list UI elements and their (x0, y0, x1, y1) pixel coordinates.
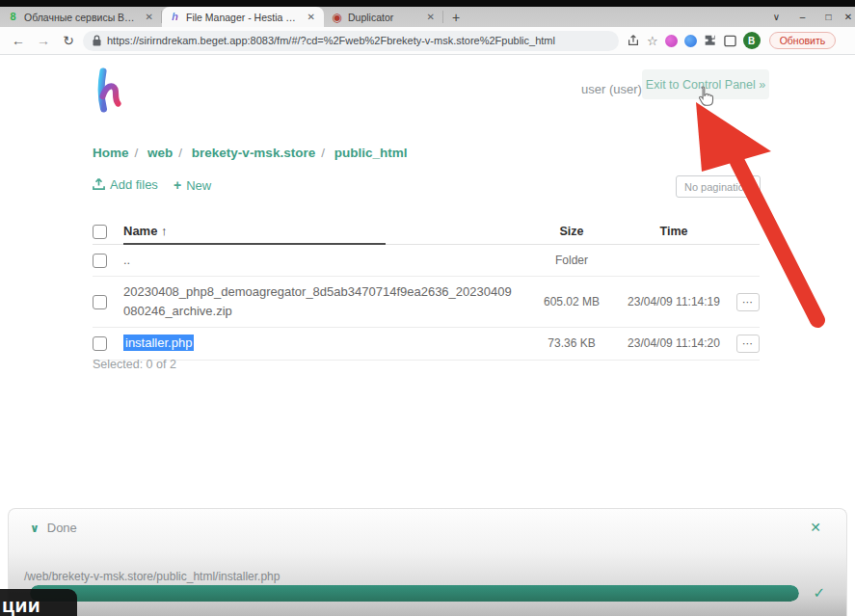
tab-close-icon[interactable]: ✕ (144, 12, 155, 22)
table-row[interactable]: .. Folder (93, 245, 760, 277)
forward-button[interactable]: → (31, 33, 56, 48)
extension-blue-icon[interactable] (684, 35, 697, 47)
video-caption: ции (0, 589, 77, 616)
tab-strip: 8 Облачные сервисы Beget — Па ✕ h File M… (0, 7, 855, 27)
breadcrumb-separator: / (321, 146, 325, 160)
share-icon[interactable] (627, 34, 640, 47)
browser-menu-chevron-icon[interactable]: ∨ (763, 12, 789, 22)
breadcrumb: Home/ web/ brekety-v-msk.store/ public_h… (93, 146, 407, 160)
uploaded-file-path: /web/brekety-v-msk.store/public_html/ins… (24, 570, 280, 583)
extensions-puzzle-icon[interactable] (704, 34, 717, 47)
tab-title: Облачные сервисы Beget — Па (24, 12, 139, 23)
table-row[interactable]: installer.php 73.36 KB 23/04/09 11:14:20… (93, 328, 760, 360)
extension-pink-icon[interactable] (665, 35, 678, 47)
file-table-body: .. Folder 20230408_php8_demoagregator_8d… (93, 245, 760, 361)
bookmark-star-icon[interactable]: ☆ (647, 34, 658, 48)
tab-favicon-icon: 8 (7, 11, 19, 23)
logged-in-user-label: user (user) (581, 82, 642, 96)
window-controls: ∨ – □ ✕ (763, 7, 855, 27)
browser-update-button[interactable]: Обновить (769, 32, 837, 49)
breadcrumb-item[interactable]: brekety-v-msk.store (192, 146, 315, 160)
restore-button[interactable]: □ (815, 12, 842, 22)
status-title: Done (47, 521, 77, 535)
window-top-edge (0, 0, 855, 7)
url-field[interactable]: https://sirirndrekam.beget.app:8083/fm/#… (83, 31, 619, 51)
row-checkbox[interactable] (93, 254, 107, 268)
lock-icon (93, 35, 101, 46)
tab-favicon-icon: ◉ (331, 11, 343, 23)
breadcrumb-item[interactable]: Home (93, 146, 129, 160)
file-time: 23/04/09 11:14:20 (620, 336, 728, 350)
close-button[interactable]: ✕ (842, 12, 855, 22)
upload-complete-check-icon: ✓ (813, 584, 825, 602)
more-options-dots-icon[interactable]: ••• (736, 146, 752, 159)
upload-status-panel: ∨ Done ✕ /web/brekety-v-msk.store/public… (8, 508, 847, 616)
url-text: https://sirirndrekam.beget.app:8083/fm/#… (107, 35, 555, 46)
exit-to-control-panel-button[interactable]: Exit to Control Panel » (642, 69, 769, 99)
name-column-header[interactable]: Name ↑ (123, 222, 523, 241)
new-label: New (186, 178, 211, 193)
add-files-label: Add files (110, 177, 158, 192)
back-button[interactable]: ← (6, 33, 31, 48)
browser-window: 8 Облачные сервисы Beget — Па ✕ h File M… (0, 0, 855, 616)
file-name[interactable]: .. (123, 253, 130, 267)
file-table: Name ↑ Size Time .. Folder (93, 219, 760, 361)
size-column-header[interactable]: Size (523, 225, 620, 238)
selection-summary: Selected: 0 of 2 (93, 358, 176, 371)
file-size: 73.36 KB (523, 336, 620, 350)
reload-button[interactable]: ↻ (56, 33, 81, 48)
time-column-header[interactable]: Time (620, 225, 728, 238)
panel-close-icon[interactable]: ✕ (810, 520, 821, 535)
sorted-column-underline (123, 243, 386, 245)
sidebar-toggle-icon[interactable] (724, 35, 736, 47)
minimize-button[interactable]: – (789, 12, 815, 22)
plus-icon: + (174, 177, 181, 193)
file-size: 605.02 MB (523, 295, 620, 308)
collapse-chevron-icon[interactable]: ∨ (30, 522, 40, 535)
pagination-select[interactable]: No pagination (676, 175, 761, 198)
file-table-header: Name ↑ Size Time (93, 219, 760, 245)
tab-title: File Manager - Hestia Control Pa (186, 12, 301, 23)
sort-ascending-icon: ↑ (161, 224, 168, 238)
select-all-checkbox[interactable] (93, 225, 107, 239)
file-name[interactable]: 20230408_php8_demoagregator_8d5ab3470714… (123, 284, 512, 318)
row-checkbox[interactable] (93, 336, 107, 351)
hestia-logo-icon (91, 67, 125, 114)
profile-avatar[interactable]: B (743, 32, 761, 49)
row-menu-button[interactable]: ⋯ (736, 293, 760, 311)
file-manager-page: user (user) Exit to Control Panel » Home… (0, 55, 855, 509)
browser-tab[interactable]: 8 Облачные сервисы Beget — Па ✕ (0, 7, 162, 27)
upload-progress-fill (30, 585, 799, 602)
name-header-label: Name (123, 224, 157, 238)
breadcrumb-separator: / (178, 146, 182, 160)
upload-icon (93, 178, 105, 191)
add-files-button[interactable]: Add files (93, 177, 158, 192)
breadcrumb-item[interactable]: public_html (334, 146, 408, 160)
file-time: 23/04/09 11:14:19 (620, 295, 728, 308)
tab-separator (442, 11, 443, 23)
tab-close-icon[interactable]: ✕ (306, 12, 317, 22)
tab-close-icon[interactable]: ✕ (425, 12, 437, 22)
tab-title: Duplicator (348, 12, 420, 23)
browser-tab[interactable]: h File Manager - Hestia Control Pa ✕ (162, 7, 324, 27)
row-checkbox[interactable] (93, 295, 107, 309)
new-button[interactable]: + New (174, 177, 211, 193)
address-bar-actions: ☆ B Обновить (627, 32, 836, 49)
table-row[interactable]: 20230408_php8_demoagregator_8d5ab3470714… (93, 277, 760, 328)
breadcrumb-item[interactable]: web (147, 146, 173, 160)
tab-favicon-icon: h (169, 11, 181, 23)
address-bar: ← → ↻ https://sirirndrekam.beget.app:808… (0, 27, 855, 55)
upload-progress-bar (30, 585, 799, 602)
new-tab-button[interactable]: + (443, 7, 468, 27)
file-name[interactable]: installer.php (123, 335, 194, 351)
breadcrumb-separator: / (135, 146, 139, 160)
file-size: Folder (523, 254, 620, 267)
row-menu-button[interactable]: ⋯ (736, 335, 760, 353)
browser-tab[interactable]: ◉ Duplicator ✕ (324, 7, 443, 27)
